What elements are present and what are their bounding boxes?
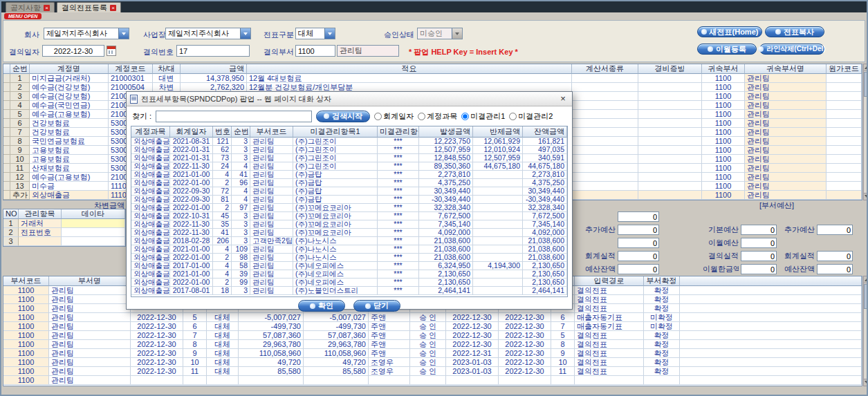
radio-input[interactable] xyxy=(509,113,517,120)
slip-row[interactable]: 1100관리팀 xyxy=(3,376,862,385)
scroll-up-icon[interactable] xyxy=(864,276,868,283)
date-input[interactable] xyxy=(42,45,104,57)
chevron-down-icon[interactable] xyxy=(324,28,335,39)
copy-voucher-button[interactable]: 전표복사 xyxy=(765,26,824,37)
site-select[interactable]: 제일저지주식회사 xyxy=(165,28,251,39)
open-item-row[interactable]: 외상매출금2022-01-00299관리팀(주)네오피에스***2,130,65… xyxy=(131,279,567,287)
open-item-row[interactable]: 외상매출금2022-01-31623관리팀(주)그린조이***12,507,95… xyxy=(131,146,567,154)
open-item-row[interactable]: 외상매출금2022-11-30353관리팀(주)꼬메요코리아***7,345,1… xyxy=(131,220,567,229)
close-button[interactable]: 닫기 xyxy=(353,300,400,312)
scroll-down-icon[interactable] xyxy=(864,379,868,386)
dept-code-input[interactable] xyxy=(295,45,335,57)
ok-button[interactable]: 확인 xyxy=(298,300,345,312)
search-button[interactable]: 검색시작 xyxy=(316,111,370,122)
chevron-down-icon[interactable] xyxy=(240,28,250,39)
company-select[interactable]: 제일저지주식회사 xyxy=(44,28,129,39)
open-item-row[interactable]: 외상매출금2018-02-282063고객만족2팀(JJ(주)나노시스***21… xyxy=(131,237,567,245)
cell: 4 xyxy=(213,262,232,270)
search-input[interactable] xyxy=(156,111,312,122)
cell: 58 xyxy=(232,262,250,270)
open-item-row[interactable]: 외상매출금2022-01-00298관리팀(주)나노시스***21,038,60… xyxy=(131,254,567,262)
cell: 관리팀 xyxy=(49,304,131,313)
slip-row[interactable]: 1100관리팀2022-12-309대체110,058,960110,058,9… xyxy=(3,349,862,358)
radio-acct-date[interactable]: 회계일자 xyxy=(374,111,414,122)
cell xyxy=(638,101,702,110)
tab-voucher-entry[interactable]: 결의전표등록 × xyxy=(57,2,121,12)
cell: 대체 xyxy=(207,322,239,331)
chevron-down-icon[interactable] xyxy=(118,28,129,39)
radio-input[interactable] xyxy=(418,113,425,120)
voucher-row[interactable]: 1미지급금(거래처)21000301대변14,378,95012월 4대보험료1… xyxy=(3,74,862,83)
cell: 1100 xyxy=(702,110,745,119)
cell xyxy=(3,173,10,182)
radio-account[interactable]: 계정과목 xyxy=(418,111,457,122)
carryover-button[interactable]: 이월등록 xyxy=(697,44,757,55)
open-item-row[interactable]: 외상매출금2022-10-31453관리팀(주)꼬메요코리아***7,672,5… xyxy=(131,212,567,220)
cell: 21,038,600 xyxy=(523,254,567,262)
scroll-thumb[interactable] xyxy=(864,72,868,97)
slip-row[interactable]: 1100관리팀2022-12-308대체29,963,78029,963,780… xyxy=(3,340,862,349)
cell xyxy=(3,92,10,101)
cell: (주)금탑 xyxy=(293,196,378,204)
radio-input[interactable] xyxy=(461,113,469,120)
cell: 관리팀 xyxy=(49,340,131,349)
cell: 외상매출금 xyxy=(131,204,170,212)
open-item-row[interactable]: 외상매출금2021-08-311213관리팀(주)그린조이***12,223,7… xyxy=(131,138,567,146)
open-item-row[interactable]: 외상매출금2021-01-00441관리팀(주)금탑***2,273,8102,… xyxy=(131,171,567,179)
main-grid-scrollbar[interactable] xyxy=(863,64,868,200)
open-item-row[interactable]: 외상매출금2022-11-30244관리팀(주)그린조이***89,350,36… xyxy=(131,162,567,171)
tab-close-icon[interactable]: × xyxy=(110,5,116,11)
slip-type-select[interactable]: 대체 xyxy=(295,28,335,39)
scroll-thumb[interactable] xyxy=(864,284,868,309)
radio-open-mgmt1[interactable]: 미결관리1 xyxy=(461,111,505,122)
open-item-row[interactable]: 외상매출금2022-09-30724관리팀(주)금탑***30,349,4403… xyxy=(131,187,567,196)
cell: 외상매출금 xyxy=(131,146,170,154)
new-voucher-button[interactable]: 새전표(Home) xyxy=(697,26,762,37)
popup-title-bar[interactable]: 전표세부항목(SPNDCDPop) 팝업 -- 웹 페이지 대화 상자 × xyxy=(127,92,572,106)
scroll-up-icon[interactable] xyxy=(864,64,868,71)
slip-row[interactable]: 1100관리팀2022-12-3010대체49,72049,720조영우승 인2… xyxy=(3,358,862,367)
cell: 주앤 xyxy=(369,349,410,358)
open-item-row[interactable]: 외상매출금2021-01-00439관리팀(주)네오피에스***2,130,65… xyxy=(131,270,567,279)
budget-field xyxy=(618,251,659,261)
open-item-row[interactable]: 외상매출금2022-01-00296관리팀(주)금탑***4,375,2504,… xyxy=(131,179,567,187)
slip-row[interactable]: 1100관리팀2022-12-305대체-5,007,027-5,007,027… xyxy=(3,313,862,322)
open-item-row[interactable]: 외상매출금2022-09-30814관리팀(주)금탑***-30,349,440… xyxy=(131,196,567,204)
scroll-down-icon[interactable] xyxy=(864,193,868,200)
open-item-row[interactable]: 외상매출금2022-11-30413관리팀(주)꼬메요코리아***4,092,0… xyxy=(131,229,567,237)
cell: 21,038,600 xyxy=(419,254,473,262)
cell: 1100 xyxy=(702,74,745,83)
open-item-row[interactable]: 외상매출금2021-01-004109관리팀(주)나노시스***21,038,6… xyxy=(131,245,567,254)
slip-row[interactable]: 1100관리팀2022-12-306대체-499,730-499,730주앤승 … xyxy=(3,322,862,331)
open-item-row[interactable]: 외상매출금2022-01-00297관리팀(주)꼬메요코리아***32,328,… xyxy=(131,204,567,212)
mgmt-row[interactable]: 3 xyxy=(3,237,125,246)
cell: 14,378,950 xyxy=(181,74,247,83)
slip-type-value: 대체 xyxy=(296,28,324,39)
tab-close-icon[interactable]: × xyxy=(44,5,50,11)
cell: 1100 xyxy=(702,119,745,128)
slip-row[interactable]: 1100관리팀2022-12-3011대체85,58085,580조영우승 인2… xyxy=(3,367,862,376)
open-item-row[interactable]: 외상매출금2021-01-31733관리팀(주)그린조이***12,848,55… xyxy=(131,154,567,162)
cell: 497,035 xyxy=(523,146,567,154)
radio-input[interactable] xyxy=(374,113,382,120)
open-item-row[interactable]: 외상매출금2017-08-01183관리팀(주)노블인더스트리***2,464,… xyxy=(131,287,567,295)
cell: 부서확정 xyxy=(644,276,680,286)
voucher-no-input[interactable] xyxy=(176,45,250,57)
radio-open-mgmt2[interactable]: 미결관리2 xyxy=(509,111,553,122)
mgmt-row[interactable]: 2전표번호 xyxy=(3,228,125,237)
cell: 결의전표 xyxy=(575,349,644,358)
cell: 반제금액 xyxy=(473,126,523,138)
mgmt-row[interactable]: 1거래처 xyxy=(3,219,125,228)
close-icon[interactable]: × xyxy=(557,93,569,105)
approval-select[interactable]: 미승인 xyxy=(417,28,463,39)
cell: 32,328,340 xyxy=(419,204,473,212)
cell: -30,349,440 xyxy=(419,196,473,204)
calendar-icon[interactable] xyxy=(107,46,116,56)
slip-grid-scrollbar[interactable] xyxy=(863,276,868,386)
delete-line-button[interactable]: 라인삭제(Ctrl+Del) xyxy=(759,44,824,55)
cell: 4 xyxy=(213,245,232,254)
menu-open-badge[interactable]: MENU OPEN xyxy=(4,13,41,19)
tab-notice[interactable]: 공지사항 × xyxy=(6,2,55,12)
open-item-row[interactable]: 외상매출금2017-01-00458관리팀(주)네오피에스***6,324,95… xyxy=(131,262,567,270)
slip-row[interactable]: 1100관리팀2022-12-307대체57,087,36057,087,360… xyxy=(3,331,862,340)
